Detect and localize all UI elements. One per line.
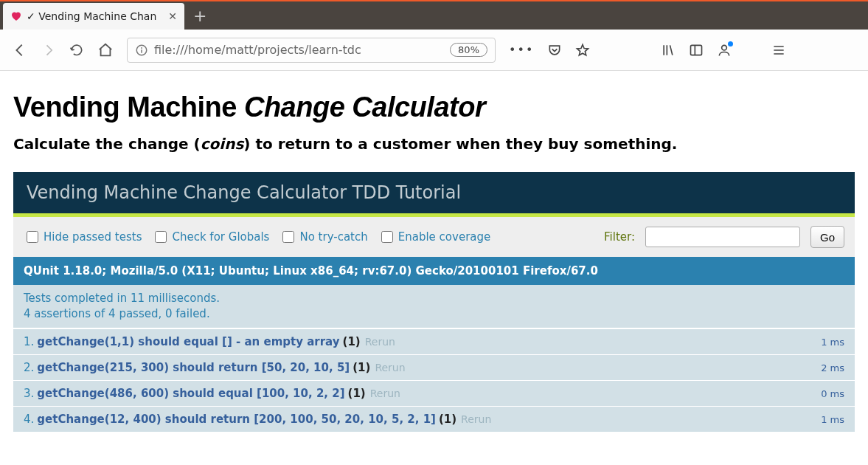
reload-button[interactable] <box>69 43 84 58</box>
no-trycatch-checkbox[interactable]: No try-catch <box>280 229 367 245</box>
test-row[interactable]: 3. getChange(486, 600) should equal [100… <box>13 380 855 406</box>
qunit-result-line2: 4 assertions of 4 passed, 0 failed. <box>24 306 844 322</box>
test-number: 3. <box>24 387 34 400</box>
svg-point-5 <box>722 45 727 50</box>
hide-passed-label: Hide passed tests <box>44 230 142 244</box>
url-text: file:///home/matt/projects/learn-tdc <box>154 43 361 57</box>
rerun-link[interactable]: Rerun <box>365 336 395 348</box>
home-button[interactable] <box>97 42 114 58</box>
rerun-link[interactable]: Rerun <box>375 362 405 373</box>
qunit-result: Tests completed in 11 milliseconds. 4 as… <box>13 285 855 328</box>
back-button[interactable] <box>12 42 28 58</box>
test-time: 1 ms <box>821 414 844 425</box>
svg-point-1 <box>141 47 142 49</box>
test-time: 2 ms <box>821 362 844 373</box>
bookmark-star-icon[interactable] <box>575 43 590 58</box>
test-row[interactable]: 1. getChange(1,1) should equal [] - an e… <box>13 328 855 354</box>
enable-coverage-checkbox[interactable]: Enable coverage <box>378 229 491 245</box>
test-name: getChange(486, 600) should equal [100, 1… <box>37 387 344 400</box>
test-row[interactable]: 2. getChange(215, 300) should return [50… <box>13 354 855 380</box>
more-icon[interactable]: ••• <box>509 43 534 57</box>
pocket-icon[interactable] <box>547 43 562 58</box>
test-name: getChange(12, 400) should return [200, 1… <box>37 413 436 426</box>
page-title-italic: Change Calculator <box>244 92 485 123</box>
test-row[interactable]: 4. getChange(12, 400) should return [200… <box>13 406 855 432</box>
page-subtitle: Calculate the change (coins) to return t… <box>13 135 855 153</box>
test-number: 2. <box>24 361 34 374</box>
url-bar[interactable]: file:///home/matt/projects/learn-tdc 80% <box>127 38 496 63</box>
rerun-link[interactable]: Rerun <box>461 413 491 425</box>
enable-coverage-label: Enable coverage <box>398 230 491 244</box>
browser-tab-bar: ✓ Vending Machine Chan ✕ + <box>0 0 868 30</box>
close-icon[interactable]: ✕ <box>168 10 177 22</box>
new-tab-button[interactable]: + <box>184 7 215 25</box>
test-name: getChange(215, 300) should return [50, 2… <box>37 361 350 374</box>
qunit-result-line1: Tests completed in 11 milliseconds. <box>24 291 844 306</box>
sidebar-icon[interactable] <box>689 43 704 58</box>
menu-icon[interactable] <box>771 43 786 58</box>
go-button[interactable]: Go <box>810 226 844 248</box>
zoom-badge[interactable]: 80% <box>450 43 487 57</box>
test-time: 0 ms <box>821 388 844 399</box>
test-count: (1) <box>353 361 370 374</box>
tab-title: ✓ Vending Machine Chan <box>27 10 156 22</box>
qunit-useragent: QUnit 1.18.0; Mozilla/5.0 (X11; Ubuntu; … <box>13 257 855 285</box>
rerun-link[interactable]: Rerun <box>370 388 400 399</box>
test-count: (1) <box>343 335 361 348</box>
subtitle-suffix: ) to return to a customer when they buy … <box>243 135 677 153</box>
heart-icon <box>10 10 22 22</box>
browser-tab[interactable]: ✓ Vending Machine Chan ✕ <box>3 3 184 30</box>
qunit-header: Vending Machine Change Calculator TDD Tu… <box>13 172 855 213</box>
qunit-container: Vending Machine Change Calculator TDD Tu… <box>13 172 855 432</box>
filter-label: Filter: <box>604 230 635 244</box>
hide-passed-checkbox[interactable]: Hide passed tests <box>24 229 142 245</box>
qunit-toolbar: Hide passed tests Check for Globals No t… <box>13 217 855 257</box>
svg-rect-2 <box>141 49 142 53</box>
page-title: Vending Machine Change Calculator <box>13 92 855 123</box>
no-trycatch-label: No try-catch <box>299 230 367 244</box>
filter-input[interactable] <box>645 227 800 247</box>
forward-button[interactable] <box>41 43 56 58</box>
test-count: (1) <box>348 387 366 400</box>
svg-rect-3 <box>691 45 702 55</box>
page-title-prefix: Vending Machine <box>13 92 244 123</box>
subtitle-italic: coins <box>201 135 244 153</box>
test-name: getChange(1,1) should equal [] - an empt… <box>37 335 339 348</box>
info-icon[interactable] <box>135 44 148 57</box>
browser-toolbar: file:///home/matt/projects/learn-tdc 80%… <box>0 30 868 71</box>
account-icon[interactable] <box>717 43 732 58</box>
test-time: 1 ms <box>821 337 844 348</box>
test-number: 4. <box>24 413 34 426</box>
test-number: 1. <box>24 335 34 348</box>
library-icon[interactable] <box>661 43 676 58</box>
check-globals-checkbox[interactable]: Check for Globals <box>152 229 269 245</box>
subtitle-prefix: Calculate the change ( <box>13 135 201 153</box>
test-count: (1) <box>439 413 456 426</box>
check-globals-label: Check for Globals <box>172 230 269 244</box>
